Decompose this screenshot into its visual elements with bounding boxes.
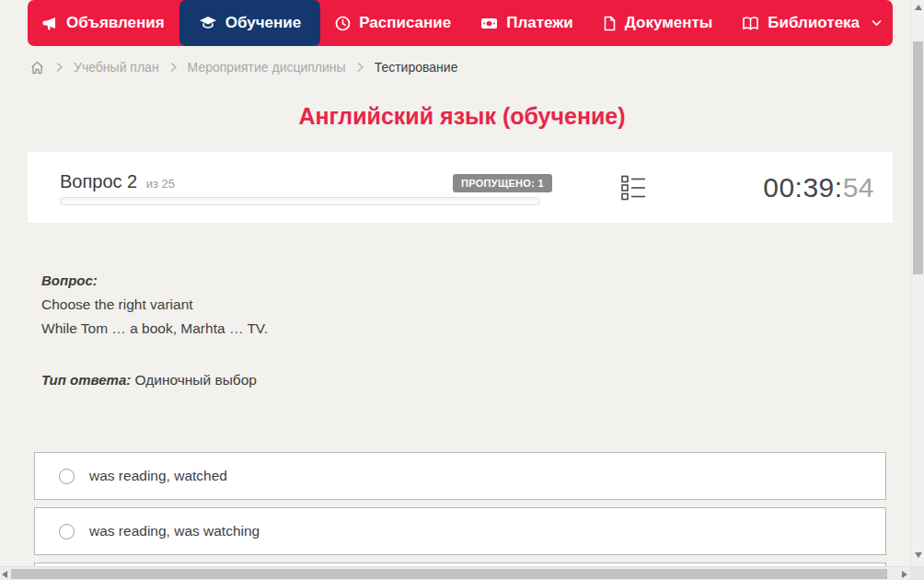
clock-icon: [335, 16, 351, 31]
breadcrumb-link-discipline-event[interactable]: Мероприятие дисциплины: [188, 60, 346, 75]
nav-item-label: Обучение: [225, 14, 301, 32]
answer-option[interactable]: was reading, was watching: [34, 507, 886, 555]
nav-item-documents[interactable]: Документы: [588, 0, 728, 46]
chevron-down-icon: [872, 19, 882, 27]
scroll-left-arrow-icon[interactable]: [2, 571, 7, 578]
nav-item-schedule[interactable]: Расписание: [320, 0, 466, 46]
horizontal-scrollbar[interactable]: [0, 566, 910, 580]
countdown-timer: 00:39:54: [763, 172, 874, 203]
chevron-right-icon: [169, 62, 178, 73]
question-heading: Вопрос:: [41, 269, 870, 293]
quiz-progress-bar: [60, 197, 540, 205]
vertical-scrollbar-thumb[interactable]: [913, 41, 923, 274]
skipped-badge: ПРОПУЩЕНО: 1: [453, 174, 552, 192]
question-text-line1: Choose the right variant: [41, 293, 870, 317]
chevron-right-icon: [55, 62, 64, 73]
megaphone-icon: [42, 16, 58, 31]
horizontal-scrollbar-thumb[interactable]: [11, 569, 887, 579]
home-icon[interactable]: [29, 60, 45, 75]
question-block: Вопрос: Choose the right variant While T…: [41, 269, 870, 341]
radio-button[interactable]: [59, 469, 75, 484]
quiz-page: Объявления Обучение Расписание Платежи Д…: [0, 0, 924, 580]
nav-item-label: Библиотека: [768, 14, 860, 32]
answer-type-value: Одиночный выбор: [134, 372, 257, 388]
scroll-down-arrow-icon[interactable]: [915, 552, 922, 558]
nav-item-label: Объявления: [66, 14, 165, 32]
question-list-icon[interactable]: [620, 175, 646, 201]
chevron-right-icon: [356, 62, 364, 73]
quiz-status-panel: Вопрос 2 из 25 ПРОПУЩЕНО: 1 00:39:54: [28, 152, 893, 223]
option-label: was reading, watched: [89, 468, 227, 484]
question-number: Вопрос 2: [60, 171, 137, 191]
nav-item-payments[interactable]: Платежи: [466, 0, 588, 46]
main-navbar: Объявления Обучение Расписание Платежи Д…: [28, 0, 893, 46]
breadcrumb: Учебный план Мероприятие дисциплины Тест…: [29, 56, 457, 78]
scroll-right-arrow-icon[interactable]: [902, 571, 907, 578]
answer-type: Тип ответа: Одиночный выбор: [41, 372, 257, 389]
vertical-scrollbar[interactable]: [910, 0, 924, 566]
scrollbar-corner: [910, 566, 924, 580]
timer-hours-minutes: 00:39:: [763, 172, 842, 203]
option-label: was reading, was watching: [89, 523, 260, 539]
answer-option[interactable]: was reading, watched: [34, 452, 886, 500]
nav-item-label: Документы: [625, 14, 713, 32]
timer-seconds: 54: [843, 172, 874, 203]
radio-button[interactable]: [59, 524, 75, 539]
breadcrumb-link-curriculum[interactable]: Учебный план: [74, 60, 159, 75]
answer-type-label: Тип ответа:: [41, 372, 131, 388]
question-counter: Вопрос 2 из 25: [60, 171, 175, 192]
nav-item-label: Расписание: [359, 14, 451, 32]
open-book-icon: [742, 16, 759, 31]
question-total: из 25: [146, 177, 175, 191]
nav-item-library[interactable]: Библиотека: [727, 0, 896, 46]
cash-icon: [480, 17, 498, 30]
nav-item-label: Платежи: [506, 14, 573, 32]
breadcrumb-current-testing: Тестирование: [375, 60, 458, 75]
page-title: Английский язык (обучение): [0, 103, 924, 130]
document-icon: [603, 16, 617, 31]
scroll-up-arrow-icon[interactable]: [915, 5, 922, 10]
question-text-line2: While Tom … a book, Marhta … TV.: [41, 317, 870, 341]
nav-item-announcements[interactable]: Объявления: [28, 0, 179, 46]
nav-item-education[interactable]: Обучение: [179, 0, 320, 46]
graduation-cap-icon: [199, 15, 217, 31]
